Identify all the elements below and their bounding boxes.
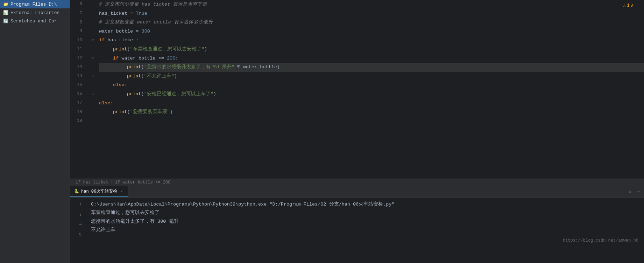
fold-gutter: ▽ ▽ □ □ <box>89 0 96 179</box>
code-content[interactable]: # 定义布尔型变量 has_ticket 表示是否有车票 has_ticket … <box>96 0 644 179</box>
line-num-12: 12 <box>70 54 85 63</box>
output-line-2: 您携带的水瓶毫升太多了，有 300 毫升 <box>91 217 638 226</box>
code-text: print <box>127 90 141 99</box>
python-icon: 🐍 <box>74 189 79 194</box>
code-text: # 定义整数变量 water_bottle 表示液体多少毫升 <box>99 18 213 27</box>
fold-12[interactable]: ▽ <box>89 54 96 63</box>
scratches-icon: 🔄 <box>3 18 8 24</box>
line-num-8: 8 <box>70 18 85 27</box>
code-text: has_ticket <box>99 9 130 18</box>
code-line-6: # 定义布尔型变量 has_ticket 表示是否有车票 <box>99 0 644 9</box>
breadcrumb-bar: if has_ticket › if water_bottle >= 200 <box>70 179 644 186</box>
fold-11 <box>89 45 96 54</box>
sidebar-item-label: External Libraries <box>10 10 59 15</box>
breadcrumb-separator: › <box>111 180 113 185</box>
line-num-7: 7 <box>70 9 85 18</box>
warning-count: 1 <box>627 3 630 8</box>
terminal-sidebar: ↑ ↓ ≡ ⇅ <box>76 200 85 260</box>
code-line-7: has_ticket = True <box>99 9 644 18</box>
code-line-9: water_bottle = 300 <box>99 27 644 36</box>
fold-9 <box>89 27 96 36</box>
url-link[interactable]: https://blog.csdn.net/anwen_h6 <box>563 237 638 245</box>
line-num-17: 17 <box>70 99 85 108</box>
folder-icon: 📁 <box>3 1 8 7</box>
fold-6 <box>89 0 96 9</box>
code-line-15: else: <box>99 81 644 90</box>
scroll-down-button[interactable]: ↓ <box>78 211 83 218</box>
code-text: print <box>127 72 141 81</box>
fold-8 <box>89 18 96 27</box>
editor-area: 6 7 8 9 10 11 12 13 14 15 16 17 18 19 <box>70 0 644 186</box>
fold-7 <box>89 9 96 18</box>
main-area: 6 7 8 9 10 11 12 13 14 15 16 17 18 19 <box>70 0 644 263</box>
line-num-9: 9 <box>70 27 85 36</box>
fold-13 <box>89 63 96 72</box>
bulb-icon[interactable]: 💡 <box>96 63 97 72</box>
line-num-14: 14 <box>70 72 85 81</box>
code-text: # 定义布尔型变量 has_ticket 表示是否有车票 <box>99 0 207 9</box>
tab-label: han_06火车站安检 <box>81 188 117 194</box>
breadcrumb-item-1[interactable]: if has_ticket <box>76 180 108 185</box>
line-num-6: 6 <box>70 0 85 9</box>
library-icon: 📊 <box>3 10 8 15</box>
terminal-menu-button[interactable]: ≡ <box>78 221 83 228</box>
warning-icon: △ <box>623 3 625 8</box>
code-text: else <box>99 99 110 108</box>
line-num-18: 18 <box>70 108 85 117</box>
code-line-8: # 定义整数变量 water_bottle 表示液体多少毫升 <box>99 18 644 27</box>
line-num-19: 19 <box>70 117 85 126</box>
fold-15 <box>89 81 96 90</box>
close-panel-button[interactable]: — <box>636 188 641 195</box>
code-line-11: print("车票检查通过，您可以去安检了") <box>99 45 644 54</box>
line-num-10: 10 <box>70 36 85 45</box>
output-text-2: 您携带的水瓶毫升太多了，有 300 毫升 <box>91 219 179 224</box>
sidebar-item-label: Scratches and Cor <box>10 19 57 24</box>
terminal-area: ↑ ↓ ≡ ⇅ C:\Users\Han\AppData\Local\Progr… <box>70 198 644 263</box>
code-line-19 <box>99 117 644 126</box>
fold-16[interactable]: □ <box>89 90 96 99</box>
code-text: if <box>99 36 107 45</box>
sidebar-item-external-libraries[interactable]: 📊 External Libraries <box>0 8 70 17</box>
command-line: C:\Users\Han\AppData\Local\Programs\Pyth… <box>91 200 638 209</box>
code-line-18: print("您需要购买车票") <box>99 108 644 117</box>
code-text: print <box>127 63 141 72</box>
line-num-13: 13 <box>70 63 85 72</box>
code-line-16: print("安检已经通过，您可以上车了") <box>99 90 644 99</box>
code-text: else <box>113 81 124 90</box>
tab-close-button[interactable]: × <box>119 189 124 194</box>
code-text: print <box>113 45 127 54</box>
output-text-1: 车票检查通过，您可以去安检了 <box>91 210 160 215</box>
code-line-10: if has_ticket: <box>99 36 644 45</box>
run-tab[interactable]: 🐍 han_06火车站安检 × <box>70 186 128 197</box>
bottom-panel: 🐍 han_06火车站安检 × ⚙ — ↑ ↓ ≡ ⇅ C:\Users\Han… <box>70 186 644 263</box>
warning-indicator: △ 1 ∧ <box>623 3 634 8</box>
settings-button[interactable]: ⚙ <box>627 188 633 195</box>
tab-controls: ⚙ — <box>627 188 644 195</box>
code-editor[interactable]: 6 7 8 9 10 11 12 13 14 15 16 17 18 19 <box>70 0 644 179</box>
code-text: if <box>113 54 121 63</box>
code-line-17: else: <box>99 99 644 108</box>
terminal-content: C:\Users\Han\AppData\Local\Programs\Pyth… <box>91 200 638 260</box>
breadcrumb-item-2[interactable]: if water_bottle >= 200 <box>115 180 170 185</box>
output-text-3: 不允许上车 <box>91 227 115 233</box>
command-text: C:\Users\Han\AppData\Local\Programs\Pyth… <box>91 202 395 207</box>
sidebar-item-program-files[interactable]: 📁 Program Files D:\ <box>0 0 70 8</box>
tab-bar: 🐍 han_06火车站安检 × ⚙ — <box>70 186 644 198</box>
line-num-16: 16 <box>70 90 85 99</box>
line-num-11: 11 <box>70 45 85 54</box>
output-line-3: 不允许上车 <box>91 226 638 234</box>
terminal-resize-button[interactable]: ⇅ <box>78 230 83 238</box>
line-num-15: 15 <box>70 81 85 90</box>
fold-18 <box>89 108 96 117</box>
fold-17 <box>89 99 96 108</box>
code-line-12: if water_bottle >= 200: <box>99 54 644 63</box>
code-text: print <box>113 108 127 117</box>
line-numbers: 6 7 8 9 10 11 12 13 14 15 16 17 18 19 <box>70 0 89 179</box>
fold-10[interactable]: ▽ <box>89 36 96 45</box>
fold-19 <box>89 117 96 126</box>
fold-14[interactable]: □ <box>89 72 96 81</box>
output-line-1: 车票检查通过，您可以去安检了 <box>91 209 638 217</box>
code-line-13: 💡 print("您携带的水瓶毫升太多了，有 %d 毫升" % water_bo… <box>99 63 644 72</box>
scroll-up-button[interactable]: ↑ <box>78 201 83 208</box>
sidebar-item-scratches[interactable]: 🔄 Scratches and Cor <box>0 17 70 25</box>
